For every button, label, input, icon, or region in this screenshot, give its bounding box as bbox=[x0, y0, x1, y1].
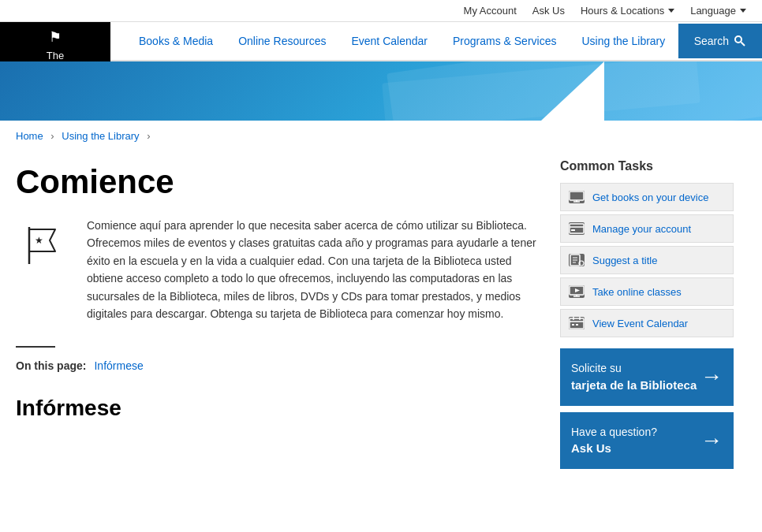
task-suggest-title-label: Suggest a title bbox=[592, 255, 657, 266]
section-heading: Infórmese bbox=[16, 396, 544, 421]
cta-ask-us-line1: Have a question? bbox=[571, 425, 657, 441]
content-wrapper: Comience ★ Comience aquí para aprender l… bbox=[0, 151, 762, 469]
flag-icon-block: ★ bbox=[16, 217, 71, 272]
task-suggest-title[interactable]: Suggest a title bbox=[560, 246, 734, 274]
hours-locations-chevron-icon bbox=[668, 9, 674, 13]
svg-text:★: ★ bbox=[35, 235, 43, 246]
nav-online-resources[interactable]: Online Resources bbox=[226, 24, 338, 58]
breadcrumb-sep-1: › bbox=[50, 130, 54, 142]
task-get-books-label: Get books on your device bbox=[592, 192, 708, 203]
intro-block: ★ Comience aquí para aprender lo que nec… bbox=[16, 217, 544, 322]
language-label: Language bbox=[690, 5, 736, 17]
suggest-icon bbox=[569, 254, 585, 266]
nav-programs-services[interactable]: Programs & Services bbox=[440, 24, 569, 58]
common-tasks-title: Common Tasks bbox=[560, 159, 734, 173]
svg-rect-4 bbox=[570, 192, 584, 200]
calendar-icon bbox=[569, 317, 585, 329]
account-icon bbox=[569, 222, 585, 235]
nav-bar: Books & Media Online Resources Event Cal… bbox=[0, 22, 762, 61]
language-dropdown[interactable]: Language bbox=[690, 5, 746, 17]
hours-locations-label: Hours & Locations bbox=[581, 5, 664, 17]
task-get-books[interactable]: Get books on your device bbox=[560, 183, 734, 211]
intro-text: Comience aquí para aprender lo que neces… bbox=[87, 217, 544, 322]
task-manage-account[interactable]: Manage your account bbox=[560, 214, 734, 243]
svg-rect-23 bbox=[572, 324, 574, 326]
task-manage-account-label: Manage your account bbox=[592, 223, 691, 235]
breadcrumb: Home › Using the Library › bbox=[0, 121, 762, 151]
ask-us-link[interactable]: Ask Us bbox=[532, 5, 565, 17]
hero-diagonal-shape bbox=[541, 61, 604, 121]
breadcrumb-using-library[interactable]: Using the Library bbox=[62, 130, 139, 142]
task-online-classes[interactable]: Take online classes bbox=[560, 277, 734, 306]
cta-library-card[interactable]: Solicite su tarjeta de la Biblioteca → bbox=[560, 348, 734, 406]
cta-ask-us-text: Have a question? Ask Us bbox=[571, 425, 657, 457]
svg-point-0 bbox=[735, 36, 741, 43]
sidebar: Common Tasks Get books on your device bbox=[560, 151, 734, 469]
cta-ask-us[interactable]: Have a question? Ask Us → bbox=[560, 412, 734, 470]
search-button[interactable]: Search bbox=[678, 24, 762, 58]
cta-library-card-line2: tarjeta de la Biblioteca bbox=[571, 377, 697, 393]
on-this-page-link[interactable]: Infórmese bbox=[94, 359, 143, 372]
cta-ask-us-arrow-icon: → bbox=[700, 428, 723, 453]
logo-icon: ⚑ bbox=[49, 28, 62, 46]
task-event-calendar-label: View Event Calendar bbox=[592, 318, 688, 329]
nav-event-calendar[interactable]: Event Calendar bbox=[338, 24, 440, 58]
on-this-page: On this page: Infórmese bbox=[16, 359, 544, 372]
svg-rect-24 bbox=[576, 324, 578, 326]
my-account-link[interactable]: My Account bbox=[464, 5, 517, 17]
hours-locations-dropdown[interactable]: Hours & Locations bbox=[581, 5, 674, 17]
svg-rect-19 bbox=[570, 318, 584, 329]
search-icon bbox=[734, 35, 746, 47]
main-nav: Books & Media Online Resources Event Cal… bbox=[126, 24, 762, 58]
nav-books-media[interactable]: Books & Media bbox=[126, 24, 226, 58]
search-label: Search bbox=[694, 35, 729, 47]
page-title: Comience bbox=[16, 163, 544, 201]
main-content: Comience ★ Comience aquí para aprender l… bbox=[16, 151, 560, 469]
device-icon bbox=[569, 191, 585, 203]
task-online-classes-label: Take online classes bbox=[592, 286, 682, 298]
online-icon bbox=[569, 285, 585, 298]
cta-ask-us-line2: Ask Us bbox=[571, 440, 657, 456]
task-event-calendar[interactable]: View Event Calendar bbox=[560, 309, 734, 337]
svg-marker-18 bbox=[575, 288, 580, 292]
cta-library-card-text: Solicite su tarjeta de la Biblioteca bbox=[571, 361, 697, 393]
breadcrumb-sep-2: › bbox=[147, 130, 150, 142]
svg-rect-9 bbox=[571, 229, 575, 231]
svg-rect-7 bbox=[570, 224, 584, 233]
section-divider bbox=[16, 346, 55, 348]
language-chevron-icon bbox=[740, 9, 746, 13]
cta-library-card-arrow-icon: → bbox=[700, 364, 723, 389]
nav-using-library[interactable]: Using the Library bbox=[569, 24, 678, 58]
flag-icon: ★ bbox=[20, 223, 67, 266]
on-this-page-label: On this page: bbox=[16, 359, 86, 372]
utility-bar: My Account Ask Us Hours & Locations Lang… bbox=[0, 0, 762, 22]
cta-library-card-line1: Solicite su bbox=[571, 361, 697, 377]
hero-banner bbox=[0, 61, 762, 121]
svg-line-1 bbox=[741, 43, 745, 47]
breadcrumb-home[interactable]: Home bbox=[16, 130, 43, 142]
